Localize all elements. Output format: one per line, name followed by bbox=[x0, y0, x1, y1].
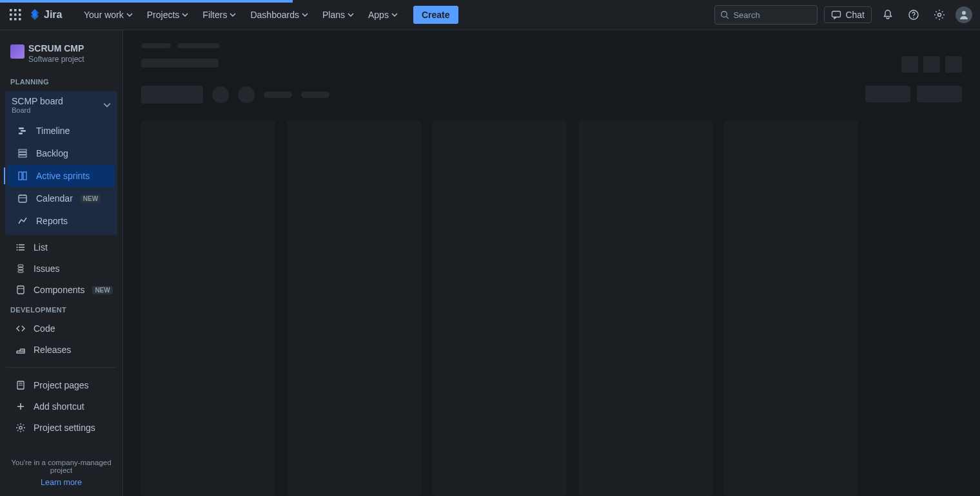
svg-rect-36 bbox=[18, 268, 23, 270]
add-icon bbox=[15, 401, 26, 412]
action-buttons-skeleton bbox=[901, 56, 962, 73]
title-skeleton bbox=[141, 59, 219, 68]
sidebar: SCRUM CMP Software project PLANNING SCMP… bbox=[0, 30, 123, 496]
svg-point-16 bbox=[962, 11, 966, 15]
svg-point-10 bbox=[721, 12, 727, 17]
svg-rect-20 bbox=[19, 149, 26, 151]
sidebar-item-add-shortcut[interactable]: Add shortcut bbox=[4, 396, 119, 417]
board-icon bbox=[17, 170, 28, 182]
new-badge: NEW bbox=[92, 286, 112, 294]
sidebar-item-project-settings[interactable]: Project settings bbox=[4, 417, 119, 438]
svg-point-33 bbox=[17, 247, 18, 248]
sidebar-item-timeline[interactable]: Timeline bbox=[8, 120, 115, 142]
sidebar-item-calendar[interactable]: Calendar NEW bbox=[8, 187, 115, 209]
settings-button[interactable] bbox=[930, 5, 949, 24]
notifications-button[interactable] bbox=[878, 5, 897, 24]
sidebar-item-label: Timeline bbox=[36, 126, 70, 136]
user-icon bbox=[959, 10, 969, 20]
svg-point-15 bbox=[938, 14, 941, 17]
top-navigation: Jira Your work Projects Filters Dashboar… bbox=[0, 0, 980, 30]
sidebar-item-reports[interactable]: Reports bbox=[8, 210, 115, 232]
toolbar-right-skeleton bbox=[865, 86, 962, 102]
svg-rect-8 bbox=[19, 18, 21, 21]
settings-icon bbox=[15, 423, 26, 433]
chat-button[interactable]: Chat bbox=[824, 6, 872, 23]
jira-logo[interactable]: Jira bbox=[28, 8, 67, 22]
gear-icon bbox=[934, 9, 945, 21]
new-badge: NEW bbox=[81, 195, 101, 203]
board-selector[interactable]: SCMP board Board bbox=[5, 91, 117, 119]
nav-label: Dashboards bbox=[250, 10, 299, 20]
sidebar-item-label: Add shortcut bbox=[34, 401, 84, 412]
search-input[interactable]: Search bbox=[714, 5, 818, 24]
calendar-icon bbox=[17, 193, 28, 204]
sidebar-item-label: Project pages bbox=[34, 380, 89, 390]
sidebar-item-project-pages[interactable]: Project pages bbox=[4, 375, 119, 396]
sidebar-item-list[interactable]: List bbox=[4, 237, 119, 258]
nav-projects[interactable]: Projects bbox=[142, 6, 194, 24]
nav-your-work[interactable]: Your work bbox=[79, 6, 138, 24]
sidebar-item-label: Code bbox=[34, 323, 55, 334]
project-header[interactable]: SCRUM CMP Software project bbox=[0, 30, 122, 73]
chevron-down-icon bbox=[348, 12, 354, 18]
sidebar-item-label: Reports bbox=[36, 216, 68, 226]
sidebar-item-label: List bbox=[34, 242, 48, 253]
help-button[interactable] bbox=[904, 5, 923, 24]
releases-icon bbox=[15, 345, 26, 355]
svg-rect-5 bbox=[19, 14, 21, 16]
nav-plans[interactable]: Plans bbox=[317, 6, 359, 24]
search-placeholder: Search bbox=[733, 10, 760, 20]
sidebar-item-components[interactable]: Components NEW bbox=[4, 280, 119, 300]
main-content-loading bbox=[123, 30, 980, 496]
nav-label: Your work bbox=[84, 10, 124, 20]
svg-rect-6 bbox=[10, 18, 12, 21]
svg-rect-35 bbox=[18, 265, 23, 267]
svg-point-32 bbox=[17, 244, 18, 245]
loading-progress-bar bbox=[0, 0, 293, 3]
divider bbox=[6, 367, 116, 368]
chevron-down-icon bbox=[182, 12, 188, 18]
svg-rect-23 bbox=[19, 172, 22, 180]
sidebar-item-backlog[interactable]: Backlog bbox=[8, 142, 115, 164]
sidebar-item-active-sprints[interactable]: Active sprints bbox=[8, 165, 115, 187]
sidebar-item-label: Releases bbox=[34, 345, 71, 355]
footer-message: You're in a company-managed project bbox=[6, 459, 116, 474]
bell-icon bbox=[882, 9, 894, 21]
svg-rect-0 bbox=[10, 9, 12, 12]
sidebar-item-releases[interactable]: Releases bbox=[4, 339, 119, 360]
svg-rect-19 bbox=[19, 133, 23, 135]
board-columns-skeleton bbox=[141, 120, 962, 496]
column-skeleton bbox=[578, 120, 712, 496]
topnav-right: Search Chat bbox=[714, 5, 972, 24]
column-skeleton bbox=[141, 120, 275, 496]
nav-apps[interactable]: Apps bbox=[363, 6, 403, 24]
svg-rect-24 bbox=[23, 172, 26, 180]
help-icon bbox=[908, 9, 919, 21]
nav-dashboards[interactable]: Dashboards bbox=[245, 6, 313, 24]
svg-rect-1 bbox=[14, 9, 17, 12]
project-type: Software project bbox=[28, 55, 112, 64]
nav-label: Filters bbox=[202, 10, 227, 20]
svg-rect-3 bbox=[10, 14, 12, 16]
learn-more-link[interactable]: Learn more bbox=[6, 478, 116, 487]
nav-filters[interactable]: Filters bbox=[197, 6, 241, 24]
svg-point-14 bbox=[913, 17, 914, 18]
svg-rect-12 bbox=[832, 12, 841, 17]
profile-button[interactable] bbox=[956, 6, 972, 23]
page-icon bbox=[15, 380, 26, 390]
code-icon bbox=[15, 323, 26, 334]
svg-rect-4 bbox=[14, 14, 17, 16]
sidebar-item-label: Backlog bbox=[36, 148, 68, 158]
create-button[interactable]: Create bbox=[413, 6, 458, 24]
issues-icon bbox=[15, 263, 26, 274]
nav-items: Your work Projects Filters Dashboards Pl… bbox=[79, 6, 458, 24]
app-switcher-icon[interactable] bbox=[8, 7, 23, 23]
chevron-down-icon bbox=[302, 12, 308, 18]
chevron-down-icon bbox=[391, 12, 398, 18]
sidebar-item-issues[interactable]: Issues bbox=[4, 258, 119, 279]
sidebar-item-code[interactable]: Code bbox=[4, 318, 119, 339]
board-title: SCMP board bbox=[12, 96, 103, 106]
chat-label: Chat bbox=[845, 10, 865, 20]
toolbar-skeleton bbox=[141, 86, 329, 104]
svg-rect-2 bbox=[19, 9, 21, 12]
